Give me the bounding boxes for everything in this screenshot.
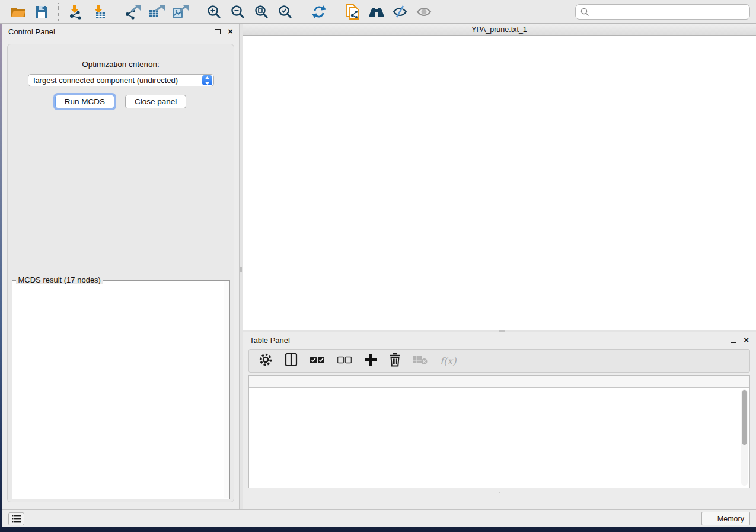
function-builder-icon: f(x) [440, 355, 456, 367]
export-network-icon[interactable] [121, 2, 145, 22]
network-graph[interactable] [243, 36, 420, 124]
show-all-icon[interactable] [412, 2, 436, 22]
network-window-titlebar[interactable]: YPA_prune.txt_1 [243, 24, 756, 36]
close-panel-button[interactable]: Close panel [125, 95, 186, 108]
select-stepper-icon [202, 75, 212, 85]
clone-network-icon[interactable] [341, 2, 365, 22]
float-panel-icon[interactable] [215, 29, 221, 34]
open-file-icon[interactable] [6, 2, 30, 22]
table-panel: Table Panel × f(x) [243, 332, 756, 509]
column-settings-icon[interactable] [259, 352, 273, 369]
import-table-icon[interactable] [87, 2, 111, 22]
refresh-icon[interactable] [307, 2, 331, 22]
app-window: Control Panel × Optimization criterion: … [2, 24, 756, 527]
table-scrollbar[interactable] [741, 389, 748, 486]
export-image-icon[interactable] [168, 2, 192, 22]
horizontal-splitter[interactable] [243, 330, 756, 332]
main-toolbar [0, 0, 756, 24]
network-canvas[interactable] [243, 36, 756, 330]
splitter-handle[interactable] [240, 267, 242, 272]
zoom-selected-icon[interactable] [273, 2, 297, 22]
delete-column-icon[interactable] [389, 352, 401, 369]
mcds-result-title: MCDS result (17 nodes) [16, 275, 103, 284]
network-search[interactable] [575, 4, 750, 20]
search-icon [580, 8, 589, 17]
optimization-label: Optimization criterion: [82, 60, 160, 69]
list-icon [12, 515, 21, 523]
status-bar: Memory [2, 509, 756, 527]
memory-status-icon [707, 515, 714, 522]
maximize-window-icon[interactable] [272, 26, 279, 33]
control-panel: Control Panel × Optimization criterion: … [2, 24, 240, 509]
import-network-icon[interactable] [63, 2, 87, 22]
export-table-icon[interactable] [145, 2, 168, 22]
table-panel-title: Table Panel [250, 336, 290, 345]
split-view-icon[interactable] [285, 352, 298, 369]
criterion-value: largest connected component (undirected) [28, 76, 202, 85]
result-scrollbar[interactable] [224, 281, 229, 498]
select-all-checkbox-icon[interactable] [310, 355, 325, 367]
close-panel-icon[interactable]: × [744, 337, 749, 343]
add-column-icon[interactable] [364, 353, 377, 368]
close-window-icon[interactable] [248, 26, 255, 33]
delete-table-icon [413, 354, 428, 367]
search-input[interactable] [593, 8, 745, 17]
float-panel-icon[interactable] [731, 338, 736, 343]
toolbar-separator [197, 3, 197, 21]
network-window: YPA_prune.txt_1 [243, 24, 756, 330]
zoom-fit-icon[interactable] [250, 2, 273, 22]
desktop: Control Panel × Optimization criterion: … [0, 0, 756, 532]
table-header-row [249, 376, 749, 388]
mcds-panel: Optimization criterion: largest connecte… [7, 44, 234, 502]
close-panel-icon[interactable]: × [228, 28, 233, 34]
scrollbar-thumb[interactable] [742, 390, 747, 445]
deselect-all-checkbox-icon[interactable] [337, 355, 352, 367]
toolbar-separator [302, 3, 302, 21]
memory-label: Memory [717, 515, 744, 523]
memory-button[interactable]: Memory [701, 512, 750, 525]
hide-selected-icon[interactable] [388, 2, 412, 22]
table-toolbar: f(x) [248, 349, 750, 373]
save-icon[interactable] [30, 2, 53, 22]
splitter-handle[interactable] [499, 330, 505, 332]
criterion-select[interactable]: largest connected component (undirected) [28, 74, 214, 86]
run-mcds-button[interactable]: Run MCDS [55, 95, 114, 108]
task-history-button[interactable] [8, 512, 24, 525]
mcds-result-box: MCDS result (17 nodes) [12, 280, 230, 499]
toolbar-separator [336, 3, 336, 21]
network-title: YPA_prune.txt_1 [471, 25, 527, 34]
search-network-icon[interactable] [365, 2, 388, 22]
node-table [248, 375, 750, 488]
toolbar-separator [58, 3, 59, 21]
toolbar-separator [116, 3, 116, 21]
zoom-out-icon[interactable] [226, 2, 250, 22]
minimize-window-icon[interactable] [260, 26, 267, 33]
table-tabs [499, 492, 500, 493]
zoom-in-icon[interactable] [202, 2, 226, 22]
control-panel-title: Control Panel [8, 27, 55, 36]
